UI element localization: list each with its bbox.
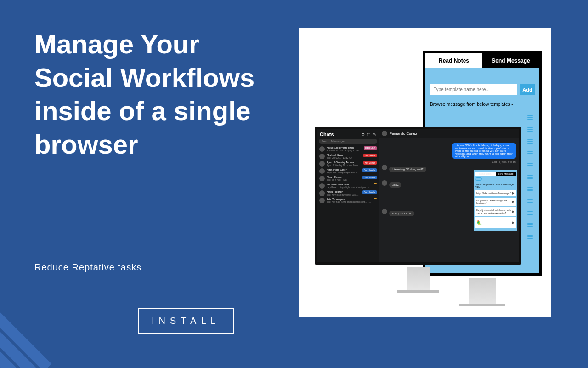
chat-item-tag [374,198,377,199]
chat-item-tag: Cold Leads [362,176,377,179]
video-icon[interactable]: ▢ [367,132,371,137]
template-card[interactable]: https://hike.co/GeniusMessengerC▶ [475,190,516,196]
avatar [319,176,325,181]
chat-list-item[interactable]: Nina Irene Olsen Hey Esse: doing alright… [319,167,377,175]
overlay-pill[interactable]: ⋯ [475,177,482,181]
list-icon[interactable] [527,115,533,120]
chat-list-item[interactable]: Maxwell Swanson Hey Esse: doing alright … [319,182,377,190]
chat-item-preview: You: Hey man how have you been? · Fri [327,193,360,196]
browse-label: Browse message from below templates - [430,102,535,107]
template-name-input[interactable]: Type template name here... [430,84,517,95]
message-bubble: Okay. [389,182,401,188]
showcase-card: Read Notes Send Message Type template na… [299,28,551,317]
avatar [319,161,325,167]
avatar [382,131,387,136]
avatar [319,154,325,159]
chat-item-tag: Hot Leads [363,161,377,165]
avatar [319,146,325,152]
avatar [382,209,387,214]
template-card[interactable]: 🦜 ▶ [475,217,516,228]
chat-item-tag [374,183,377,184]
play-icon[interactable]: ▶ [512,191,514,195]
list-icon[interactable] [527,223,533,227]
play-icon[interactable]: ▶ [512,200,514,204]
list-icon[interactable] [527,211,533,215]
list-icon[interactable] [527,199,533,203]
play-icon[interactable]: ▶ [512,210,514,213]
monitor-stand [469,278,496,306]
list-icon[interactable] [527,139,533,144]
chat-item-tag: Cold Leads [362,168,377,172]
add-button[interactable]: Add [520,84,535,95]
chat-list-item[interactable]: Chad Passa You: on a ride. · Sat Cold Le… [319,175,377,182]
overlay-tab-send[interactable]: Send Message [496,172,516,176]
message-bubble: Interesting. Working well? [389,167,426,172]
conversation-name: Fernando Cortez [390,132,417,136]
compose-icon[interactable]: ✎ [373,132,376,137]
tab-send-message[interactable]: Send Message [482,53,539,68]
list-icon[interactable] [527,187,533,191]
play-icon[interactable]: ▶ [512,221,514,224]
chat-item-preview: Hey Esse: doing alright how about you... [327,171,360,174]
avatar [382,165,387,170]
gear-icon[interactable]: ⚙ [362,132,365,137]
hero-title: Manage Your Social Workflows inside of a… [34,28,264,161]
messenger-app: Chats ⚙ ▢ ✎ Search Messenger Moses Jerem… [315,126,521,264]
search-input[interactable]: Search Messenger [319,139,377,144]
monitor-stand [407,267,430,292]
chat-item-preview: You: on a ride. · Sat [327,178,360,181]
avatar [319,190,325,196]
install-button[interactable]: INSTALL [138,308,234,334]
extension-overlay: Read Notes Send Message ⋯ Global Templat… [474,170,517,231]
timestamp: APR 12, 2020, 1:59 PM [382,161,516,164]
avatar [319,198,325,203]
hero-subtitle: Reduce Reptative tasks [34,262,141,273]
avatar [382,180,387,186]
chat-list-item[interactable]: Moses Jeremiah Thim You should I not be … [319,145,377,153]
avatar [319,168,325,174]
list-icon[interactable] [527,151,533,155]
list-icon[interactable] [527,235,533,239]
chat-list-item[interactable]: Mark Fulcher You: Hey man how have you b… [319,190,377,197]
chat-list-item[interactable]: Ryan & Wesley Mcmor... Ryan & Wesley Mcm… [319,160,377,167]
monitor-base [459,304,505,306]
list-icon[interactable] [527,175,533,179]
template-card[interactable]: Hey I just wanted to follow up with you … [475,207,516,216]
decorative-stripes [0,299,51,368]
chat-item-preview: You should I not be trying to sell... · … [327,149,361,152]
chat-item-preview: Hey Esse: doing alright how about you...… [327,186,371,189]
avatar [319,183,325,189]
chat-item-tag: Cold Leads [362,190,377,194]
chat-item-preview: Ryan & Wesley Mcmorro: Mentioned ... · S… [327,164,361,167]
message-bubble: this and XXX - like holidays, birthdays,… [452,143,516,159]
chats-heading: Chats [320,132,334,137]
chat-list-item[interactable]: Michael Korn You: 2091991 · 11:32 AM Hot… [319,153,377,160]
overlay-global-label: Global Templates in Tonics Messenger CRM [475,183,516,189]
chat-item-tag: FRIENDS [364,146,377,150]
list-icon[interactable] [527,127,533,132]
message-bubble: Pretty cool stuff. [389,211,414,216]
template-card[interactable]: Do you use FB Messenger for business?▶ [475,198,516,206]
chat-main: Fernando Cortez this and XXX - like holi… [379,129,519,262]
chat-item-tag: Hot Leads [363,154,377,157]
chat-item-preview: You: 2091991 · 11:32 AM [327,156,361,159]
list-icon[interactable] [527,163,533,167]
chat-item-preview: You: hey how is the chatbot marketing...… [327,201,371,203]
overlay-tab-read[interactable]: Read Notes [475,172,496,176]
chat-sidebar: Chats ⚙ ▢ ✎ Search Messenger Moses Jerem… [317,129,379,262]
monitor-base [397,290,439,293]
tab-read-notes[interactable]: Read Notes [425,53,482,68]
chat-list-item[interactable]: Aris Tsoempas You: hey how is the chatbo… [319,197,377,204]
